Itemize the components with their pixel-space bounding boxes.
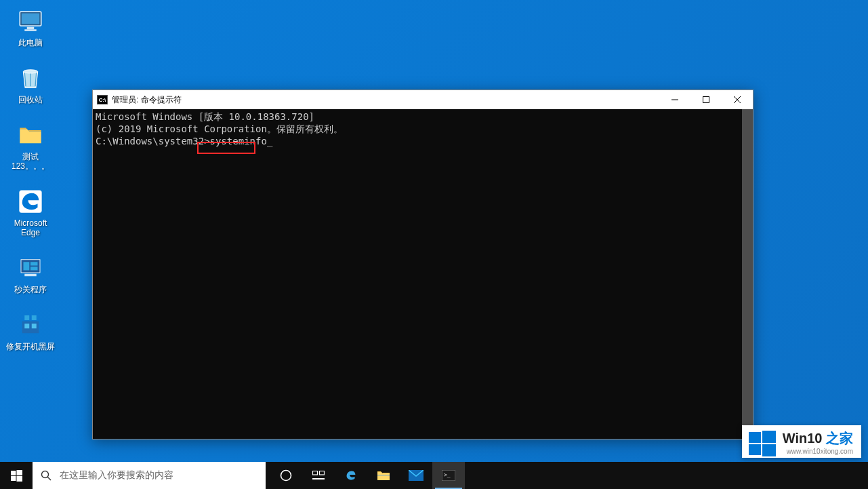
this-pc-icon — [16, 7, 45, 35]
edge-icon — [344, 468, 358, 483]
desktop-icon-label: 测试123。。。 — [5, 152, 56, 171]
desktop-icon-app1[interactable]: 秒关程序 — [5, 254, 56, 294]
svg-rect-15 — [32, 324, 37, 328]
mail-icon — [409, 470, 423, 481]
cmd-body[interactable]: Microsoft Windows [版本 10.0.18363.720](c)… — [93, 109, 753, 439]
svg-rect-3 — [24, 29, 37, 31]
taskbar-edge[interactable] — [335, 462, 367, 489]
svg-rect-12 — [24, 315, 29, 320]
svg-rect-33 — [312, 478, 325, 480]
folder-icon — [16, 121, 45, 149]
watermark: Win10 之家 www.win10xitong.com — [742, 425, 861, 458]
svg-line-29 — [47, 477, 51, 480]
cmd-command: systeminfo — [210, 136, 267, 146]
svg-rect-24 — [11, 471, 16, 475]
svg-rect-7 — [24, 262, 30, 270]
recycle-bin-icon — [16, 64, 45, 92]
title-bar[interactable]: C:\ 管理员: 命令提示符 — [93, 90, 753, 109]
window-title: 管理员: 命令提示符 — [112, 94, 659, 106]
svg-rect-34 — [377, 475, 390, 475]
svg-rect-27 — [16, 476, 22, 482]
desktop-icon-folder[interactable]: 测试123。。。 — [5, 121, 56, 171]
svg-point-28 — [42, 471, 49, 478]
svg-rect-10 — [24, 274, 37, 277]
search-icon — [41, 470, 51, 481]
desktop-icon-app2[interactable]: 修复开机黑屏 — [5, 311, 56, 351]
desktop-icon-label: 修复开机黑屏 — [6, 342, 55, 351]
desktop-icons-area: 此电脑 回收站 测试123。。。 Microsoft Edge 秒关程序 修复开… — [5, 7, 56, 351]
taskbar-cortana[interactable] — [270, 462, 302, 489]
svg-rect-2 — [27, 27, 35, 30]
desktop-icon-recycle-bin[interactable]: 回收站 — [5, 64, 56, 104]
taskbar-search[interactable]: 在这里输入你要搜索的内容 — [33, 462, 266, 489]
svg-rect-1 — [22, 14, 39, 24]
svg-rect-23 — [762, 444, 776, 456]
svg-rect-21 — [762, 431, 776, 443]
maximize-button[interactable] — [690, 90, 722, 109]
watermark-logo-icon — [747, 429, 777, 459]
scrollbar-thumb[interactable] — [742, 109, 753, 439]
windows-logo-icon — [11, 470, 22, 482]
desktop-icon-edge[interactable]: Microsoft Edge — [5, 187, 56, 237]
desktop-icon-label: Microsoft Edge — [5, 218, 56, 237]
start-button[interactable] — [0, 462, 33, 489]
cmd-title-icon: C:\ — [97, 95, 108, 104]
watermark-url: www.win10xitong.com — [787, 448, 853, 455]
cmd-cursor: _ — [267, 136, 272, 146]
cmd-window: C:\ 管理员: 命令提示符 Microsoft Windows [版本 10.… — [92, 90, 753, 439]
desktop-icon-label: 秒关程序 — [14, 285, 47, 294]
desktop-icon-this-pc[interactable]: 此电脑 — [5, 7, 56, 47]
svg-point-30 — [281, 471, 291, 481]
taskbar-explorer[interactable] — [367, 462, 400, 489]
search-placeholder: 在这里输入你要搜索的内容 — [60, 469, 173, 482]
svg-rect-25 — [16, 470, 22, 475]
taskbar-cmd[interactable]: >_ — [432, 462, 465, 489]
svg-rect-22 — [749, 444, 761, 455]
svg-rect-9 — [30, 267, 38, 270]
scrollbar[interactable] — [742, 109, 753, 439]
cmd-prompt: C:\Windows\system32> — [96, 136, 210, 146]
cmd-output-line: (c) 2019 Microsoft Corporation。保留所有权利。 — [96, 123, 750, 135]
svg-rect-20 — [749, 432, 761, 443]
svg-rect-13 — [32, 315, 37, 320]
svg-rect-8 — [30, 262, 38, 265]
svg-rect-31 — [313, 471, 318, 475]
minimize-button[interactable] — [659, 90, 690, 109]
task-view-icon — [312, 471, 325, 480]
svg-rect-26 — [11, 476, 16, 481]
svg-rect-17 — [703, 97, 709, 103]
folder-icon — [377, 469, 390, 482]
svg-point-4 — [24, 70, 38, 73]
close-button[interactable] — [722, 90, 753, 109]
desktop-icon-label: 此电脑 — [18, 38, 43, 47]
window-controls — [659, 90, 753, 109]
svg-text:>_: >_ — [444, 472, 451, 478]
taskbar-mail[interactable] — [400, 462, 432, 489]
cmd-output-line: Microsoft Windows [版本 10.0.18363.720] — [96, 111, 750, 123]
taskbar: 在这里输入你要搜索的内容 >_ — [0, 462, 868, 489]
taskbar-items: >_ — [270, 462, 465, 489]
svg-rect-32 — [320, 471, 325, 475]
taskbar-task-view[interactable] — [302, 462, 335, 489]
cortana-icon — [280, 469, 292, 482]
desktop-icon-label: 回收站 — [18, 95, 43, 104]
app2-icon — [16, 311, 45, 339]
app1-icon — [16, 254, 45, 282]
watermark-brand: Win10 之家 — [783, 429, 853, 448]
edge-icon — [16, 187, 45, 216]
svg-rect-14 — [24, 324, 29, 328]
cmd-icon: >_ — [442, 470, 455, 481]
